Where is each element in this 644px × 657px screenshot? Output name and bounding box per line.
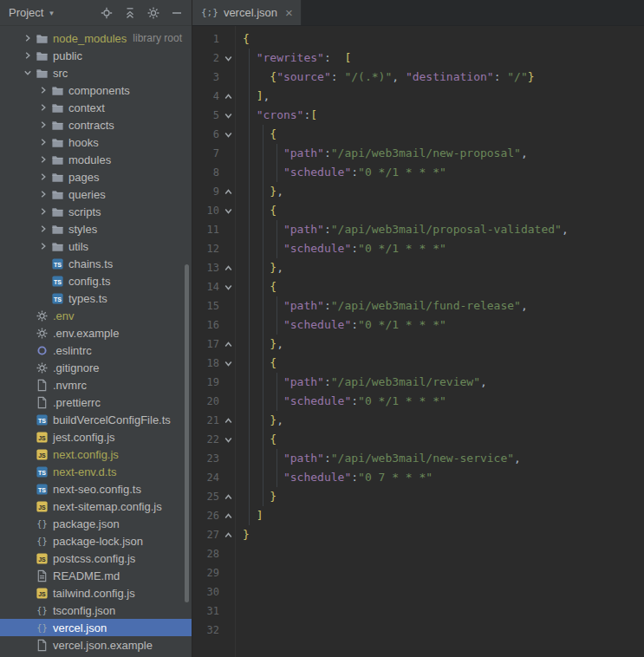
tree-item-tsconfig-json[interactable]: {}tsconfig.json	[0, 602, 192, 619]
tree-item-label: node_modules	[53, 32, 127, 45]
code-editor[interactable]: 1234567891011121314151617181920212223242…	[192, 26, 644, 657]
tree-item-env[interactable]: .env	[0, 307, 192, 324]
fold-end-icon[interactable]	[222, 90, 235, 103]
chevron-down-icon[interactable]	[21, 66, 35, 80]
chevron-right-icon[interactable]	[36, 187, 50, 201]
chevron-right-icon[interactable]	[36, 118, 50, 132]
tree-item-pages[interactable]: pages	[0, 168, 192, 185]
tree-item-utils[interactable]: utils	[0, 237, 192, 255]
folder-icon	[50, 83, 64, 97]
tree-item-label: queries	[68, 188, 106, 201]
tree-item-jest-config-js[interactable]: JSjest.config.js	[0, 428, 192, 446]
chevron-right-icon[interactable]	[21, 49, 35, 62]
tree-item-package-json[interactable]: {}package.json	[0, 515, 192, 532]
tree-item-label: postcss.config.js	[53, 552, 135, 565]
svg-text:TS: TS	[38, 469, 46, 475]
fold-spacer	[222, 472, 235, 485]
chevron-right-icon[interactable]	[36, 135, 50, 149]
chevron-right-icon[interactable]	[36, 170, 50, 184]
chevron-right-icon[interactable]	[36, 222, 50, 236]
svg-text:{}: {}	[36, 605, 47, 615]
settings-gear-icon[interactable]	[146, 5, 161, 21]
fold-start-icon[interactable]	[222, 281, 235, 294]
tree-item-hooks[interactable]: hooks	[0, 133, 192, 151]
folder-icon	[50, 222, 64, 236]
tree-item-context[interactable]: context	[0, 99, 192, 116]
fold-end-icon[interactable]	[222, 338, 235, 351]
tree-item-vercel-json[interactable]: {}vercel.json	[0, 619, 192, 636]
chevron-right-icon[interactable]	[36, 83, 50, 97]
fold-start-icon[interactable]	[222, 357, 235, 370]
tree-item-scripts[interactable]: scripts	[0, 203, 192, 220]
tree-item-chains-ts[interactable]: TSchains.ts	[0, 255, 192, 272]
chevron-right-icon[interactable]	[36, 153, 50, 166]
chevron-right-icon[interactable]	[36, 205, 50, 218]
tree-item-public[interactable]: public	[0, 47, 192, 64]
tree-item-types-ts[interactable]: TStypes.ts	[0, 289, 192, 307]
eslint-icon	[35, 343, 49, 357]
tree-item-gitignore[interactable]: .gitignore	[0, 359, 192, 376]
tree-item-eslintrc[interactable]: .eslintrc	[0, 342, 192, 359]
tree-item-queries[interactable]: queries	[0, 185, 192, 203]
fold-start-icon[interactable]	[222, 205, 235, 218]
tree-item-buildvercelconfigfile-ts[interactable]: TSbuildVercelConfigFile.ts	[0, 411, 192, 428]
tree-item-next-env-d-ts[interactable]: TSnext-env.d.ts	[0, 463, 192, 480]
line-number: 25	[192, 491, 222, 503]
tree-item-readme-md[interactable]: README.md	[0, 567, 192, 584]
code-line-1: {	[243, 29, 644, 49]
tree-item-components[interactable]: components	[0, 81, 192, 99]
project-view-dropdown[interactable]: Project ▼	[9, 6, 55, 19]
tree-item-nvmrc[interactable]: .nvmrc	[0, 376, 192, 394]
project-tree-scrollbar[interactable]	[185, 264, 189, 602]
collapse-all-icon[interactable]	[122, 5, 138, 21]
fold-spacer	[222, 452, 235, 465]
tree-item-postcss-config-js[interactable]: JSpostcss.config.js	[0, 550, 192, 567]
fold-start-icon[interactable]	[222, 128, 235, 141]
close-icon[interactable]: ×	[285, 6, 293, 19]
chevron-right-icon[interactable]	[21, 31, 35, 45]
code-line-32	[243, 621, 644, 640]
fold-end-icon[interactable]	[222, 491, 235, 504]
fold-start-icon[interactable]	[222, 109, 235, 122]
line-number: 12	[192, 243, 222, 255]
tree-item-label: README.md	[53, 569, 120, 582]
tree-item-src[interactable]: src	[0, 64, 192, 81]
tree-item-vercel-json-example[interactable]: vercel.json.example	[0, 636, 192, 654]
fold-end-icon[interactable]	[222, 529, 235, 542]
fold-end-icon[interactable]	[222, 510, 235, 523]
tree-item-next-sitemap-config-js[interactable]: JSnext-sitemap.config.js	[0, 498, 192, 515]
file-icon	[35, 395, 49, 409]
editor-gutter: 1234567891011121314151617181920212223242…	[192, 26, 236, 657]
chevron-right-icon[interactable]	[36, 101, 50, 114]
tree-item-env-example[interactable]: .env.example	[0, 324, 192, 342]
tab-vercel-json[interactable]: {;} vercel.json ×	[192, 0, 302, 25]
locate-file-icon[interactable]	[99, 5, 114, 21]
ts-icon: TS	[35, 482, 49, 496]
arrow-spacer	[21, 499, 35, 513]
fold-end-icon[interactable]	[222, 414, 235, 427]
fold-start-icon[interactable]	[222, 52, 235, 65]
tree-item-label: styles	[68, 223, 97, 236]
fold-spacer	[222, 243, 235, 256]
fold-end-icon[interactable]	[222, 262, 235, 275]
hide-panel-icon[interactable]	[169, 5, 185, 21]
tree-item-next-seo-config-ts[interactable]: TSnext-seo.config.ts	[0, 480, 192, 498]
chevron-right-icon[interactable]	[36, 239, 50, 253]
tree-item-package-lock-json[interactable]: {}package-lock.json	[0, 532, 192, 550]
tree-item-modules[interactable]: modules	[0, 151, 192, 168]
tree-item-label: types.ts	[68, 292, 107, 305]
tree-item-prettierrc[interactable]: .prettierrc	[0, 394, 192, 411]
tree-item-next-config-js[interactable]: JSnext.config.js	[0, 446, 192, 463]
code-line-17: },	[243, 335, 644, 354]
tree-item-styles[interactable]: styles	[0, 220, 192, 237]
fold-start-icon[interactable]	[222, 433, 235, 446]
tree-item-label: pages	[68, 171, 99, 184]
tree-item-tailwind-config-js[interactable]: JStailwind.config.js	[0, 584, 192, 602]
json-icon: {}	[35, 534, 49, 548]
tree-item-contracts[interactable]: contracts	[0, 116, 192, 133]
tree-item-node-modules[interactable]: node_moduleslibrary root	[0, 29, 192, 47]
fold-spacer	[222, 147, 235, 160]
fold-end-icon[interactable]	[222, 185, 235, 198]
tree-item-config-ts[interactable]: TSconfig.ts	[0, 272, 192, 289]
arrow-spacer	[21, 586, 35, 600]
